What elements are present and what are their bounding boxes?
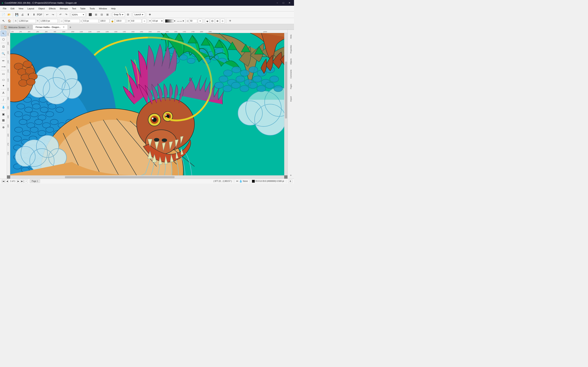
tool-smart[interactable]: ⟿ (1, 64, 6, 69)
panel-comments[interactable]: Comments (288, 68, 294, 80)
tab-welcome[interactable]: 🏠 Welcome Screen ✕ (1, 25, 32, 30)
page-label[interactable]: Page 1 (30, 179, 40, 183)
import-button[interactable]: ⬆ (26, 12, 31, 17)
vertical-scrollbar[interactable] (284, 33, 287, 175)
add-custom-button[interactable]: + (227, 18, 233, 24)
lock-ratio-button[interactable]: 🔒 (110, 19, 114, 23)
add-panel-button[interactable]: + (147, 12, 153, 17)
tool-select[interactable]: ↖ (1, 31, 6, 36)
nib-plus-button[interactable]: + (198, 19, 202, 23)
undo2-button[interactable]: ↶ (58, 12, 63, 17)
panel-pages[interactable]: Pages (288, 80, 294, 92)
wireframe-button[interactable]: ⊠ (105, 12, 110, 17)
canvas-area[interactable]: 700 750 800 850 900 950 1000 1050 1100 1… (7, 30, 287, 179)
menu-view[interactable]: View (17, 7, 26, 11)
redo-button[interactable]: ↪ (50, 12, 56, 17)
canvas-content[interactable] (10, 33, 287, 175)
svg-text:1550: 1550 (157, 31, 160, 33)
panel-properties[interactable]: Properties (288, 43, 294, 55)
new-button[interactable]: 📄 (1, 12, 6, 17)
zoom-arrow[interactable]: ▼ (82, 14, 84, 16)
normal-view-button[interactable]: ⊞ (93, 12, 99, 17)
tool-ellipse[interactable]: ⬭ (1, 77, 6, 83)
menu-table[interactable]: Table (78, 7, 87, 11)
pdf-button[interactable]: PDF (37, 12, 42, 17)
menu-help[interactable]: Help (109, 7, 118, 11)
angle-input[interactable]: 0.0 (130, 19, 141, 23)
tool-freehand[interactable]: ✏ (1, 58, 6, 64)
tab-dragon-close[interactable]: ✕ (63, 26, 65, 29)
scale-strokes-button[interactable]: ⊡ (210, 19, 215, 23)
enhanced-view-button[interactable]: ⊟ (99, 12, 104, 17)
panel-hints[interactable]: Hints (288, 31, 294, 43)
tool-zoom[interactable]: 🔍 (1, 51, 6, 57)
dash-arrow[interactable]: ▼ (182, 20, 184, 22)
outline-arrow[interactable]: ▼ (161, 20, 163, 22)
y-input[interactable]: 1,500.0 px (39, 19, 58, 23)
behind-fill-button[interactable]: ⬙ (205, 19, 209, 23)
tool-crop[interactable]: ⊡ (1, 44, 6, 49)
page-next-button[interactable]: ▶ (17, 180, 20, 183)
print-button[interactable]: 🖨 (20, 12, 25, 17)
tool-eyedrop[interactable]: 💧 (1, 104, 6, 110)
minimize-button[interactable]: − (274, 1, 280, 5)
panel-export[interactable]: Export (288, 93, 294, 105)
menu-object[interactable]: Object (36, 7, 47, 11)
snap-settings-button[interactable]: ⚙ (125, 12, 131, 17)
page-add-button[interactable]: + (25, 180, 28, 183)
close-button[interactable]: ✕ (287, 1, 292, 5)
zoom-input[interactable]: 626% ▼ (71, 12, 85, 17)
page-prev-button[interactable]: ◀ (6, 180, 9, 183)
outline-gradient-arrow[interactable]: ▼ (174, 20, 176, 22)
menu-layout[interactable]: Layout (25, 7, 36, 11)
nib-size-value: 50 (190, 20, 192, 22)
outline-input[interactable]: 0.5 pt ▼ (151, 19, 164, 23)
height-percent-input[interactable]: 100.0 (115, 19, 125, 23)
tool-fill[interactable]: ▦ (1, 117, 6, 123)
menu-window[interactable]: Window (97, 7, 109, 11)
x-input[interactable]: 1,200.0 px (17, 19, 36, 23)
menu-tools[interactable]: Tools (87, 7, 97, 11)
rotation-reset-button[interactable]: ○ (142, 19, 147, 23)
redo2-button[interactable]: ↷ (63, 12, 69, 17)
nib-icon: ◇ (187, 20, 189, 22)
zoom-fit-button[interactable]: ⊞ (288, 180, 292, 183)
height-input[interactable]: 0.0 px (82, 19, 99, 23)
overprint-button[interactable]: ⊛ (215, 19, 220, 23)
panel-expand-button[interactable]: + (288, 173, 294, 178)
snap-to-button[interactable]: Snap To ▼ (112, 12, 125, 17)
save-button[interactable]: 💾 (14, 12, 19, 17)
width-input[interactable]: 0.0 px (63, 19, 80, 23)
hscroll-thumb[interactable] (65, 176, 174, 178)
horizontal-scrollbar[interactable] (10, 175, 284, 179)
tool-interactive[interactable]: ⊕ (1, 124, 6, 130)
undo-button[interactable]: ↩ (44, 12, 50, 17)
menu-bitmaps[interactable]: Bitmaps (58, 7, 70, 11)
nib-size-input[interactable]: 50 (189, 19, 197, 23)
tab-welcome-close[interactable]: ✕ (27, 26, 29, 29)
node-count-button[interactable]: ⊹ (220, 19, 225, 23)
vscroll-thumb[interactable] (285, 62, 287, 118)
page-first-button[interactable]: |◀ (2, 180, 5, 183)
open-button[interactable]: 📂 (7, 12, 12, 17)
panel-objects[interactable]: Objects (288, 55, 294, 68)
tool-outline[interactable]: ▣ (1, 111, 6, 117)
menu-edit[interactable]: Edit (9, 7, 17, 11)
tab-dragon[interactable]: Firman Hatibu - Dragon... ✕ (33, 25, 68, 30)
menu-text[interactable]: Text (70, 7, 78, 11)
tool-dimension[interactable]: / (1, 97, 6, 103)
export-button[interactable]: ⬇ (31, 12, 36, 17)
launch-button[interactable]: Launch ▼ (133, 12, 145, 17)
tab-add-button[interactable]: + (68, 25, 73, 30)
tool-text[interactable]: A (1, 90, 6, 96)
width-percent-input[interactable]: 100.0 (99, 19, 109, 23)
page-last-button[interactable]: ▶| (21, 180, 24, 183)
tool-polygon[interactable]: ✦ (1, 83, 6, 89)
sep-t2 (59, 19, 59, 23)
restore-button[interactable]: □ (281, 1, 286, 5)
full-screen-button[interactable]: ⬛ (87, 12, 93, 17)
tool-node[interactable]: ⬡ (1, 36, 6, 42)
tool-rect[interactable]: ▭ (1, 71, 6, 77)
menu-file[interactable]: File (1, 7, 9, 11)
menu-effects[interactable]: Effects (47, 7, 58, 11)
